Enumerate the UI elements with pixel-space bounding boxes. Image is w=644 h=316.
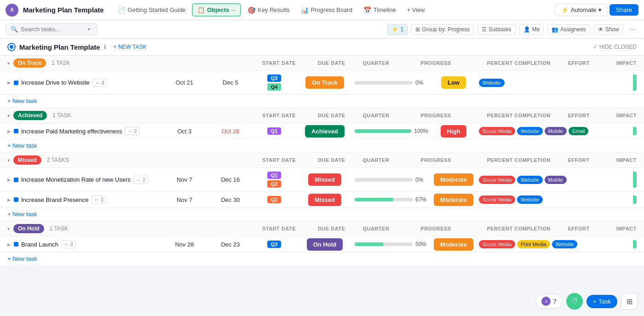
float-avatar: A	[541, 297, 551, 306]
col-percent-missed: PERCENT COMPLETION	[487, 157, 551, 163]
project-circle-inner	[10, 45, 13, 49]
task-progress[interactable]: On Hold	[295, 241, 355, 248]
task-start-date: Nov 7	[161, 196, 207, 203]
col-impact-missed: IMPACT	[616, 157, 637, 163]
subtasks-button[interactable]: ☰ Subtasks	[477, 24, 515, 34]
task-quarter: Q1Q2	[253, 172, 295, 188]
task-side-bar	[633, 75, 637, 91]
task-expand-icon[interactable]: ▶	[7, 129, 11, 134]
task-subtask-count[interactable]: ↔ 3	[92, 79, 107, 87]
new-task-row-missed[interactable]: + New task	[0, 208, 644, 220]
tab-progress-board[interactable]: 📊 Progress Board	[296, 4, 357, 16]
percent-label: 0%	[415, 80, 428, 86]
top-nav: A Marketing Plan Template 📄 Getting Star…	[0, 0, 644, 20]
group-header-on-hold[interactable]: ▾ On Hold 1 TASK START DATE DUE DATE QUA…	[0, 221, 644, 236]
task-row[interactable]: ▶ Brand Launch ↔ 2 Nov 28 Dec 23 Q3 On H…	[0, 236, 644, 253]
impact-tag: Social Media	[479, 176, 515, 184]
new-task-row-on-track[interactable]: + New task	[0, 95, 644, 107]
tab-timeline[interactable]: 📅 Timeline	[359, 4, 401, 16]
task-effort: Moderate	[428, 196, 479, 203]
task-progress[interactable]: Missed	[295, 196, 355, 203]
task-subtask-count[interactable]: ↔ 2	[133, 176, 148, 184]
new-task-row-on-hold[interactable]: + New task	[0, 253, 644, 265]
task-expand-icon[interactable]: ▶	[7, 242, 11, 247]
task-subtask-count[interactable]: ↔ 3	[92, 195, 106, 204]
me-button[interactable]: 👤 Me	[519, 24, 544, 34]
assignees-button[interactable]: 👥 Assignees	[547, 24, 590, 34]
task-subtask-count[interactable]: ↔ 2	[61, 240, 76, 248]
group-header-achieved[interactable]: ▾ Achieved 1 TASK START DATE DUE DATE QU…	[0, 108, 644, 123]
col-start-achieved: START DATE	[262, 113, 296, 118]
task-row[interactable]: ▶ Increase Paid Marketing effectiveness …	[0, 123, 644, 139]
float-grid-button[interactable]: ⊞	[621, 293, 638, 310]
task-progress[interactable]: Missed	[295, 176, 355, 183]
impact-tag: Website	[517, 176, 543, 184]
percent-label: 0%	[415, 177, 428, 183]
filter-icon: ⚡	[391, 26, 398, 33]
tab-getting-started[interactable]: 📄 Getting Started Guide	[113, 4, 190, 16]
task-row[interactable]: ▶ Increase Drive to Website ↔ 3 Oct 21 D…	[0, 71, 644, 95]
task-subtask-count[interactable]: ↔ 2	[125, 127, 139, 135]
tab-key-results[interactable]: 🎯 Key Results	[243, 4, 294, 16]
task-name-cell: ▶ Increase Monetization Rate of new User…	[7, 176, 161, 184]
task-progress[interactable]: On Track	[295, 79, 355, 86]
group-header-missed[interactable]: ▾ Missed 2 TASKS START DATE DUE DATE QUA…	[0, 153, 644, 168]
task-expand-icon[interactable]: ▶	[7, 177, 11, 182]
new-task-button[interactable]: + NEW TASK	[110, 42, 150, 52]
toolbar-more-icon[interactable]: ···	[627, 24, 638, 34]
impact-tag: Email	[569, 127, 589, 135]
col-impact-achieved: IMPACT	[616, 113, 637, 118]
col-due-achieved: DUE DATE	[318, 113, 345, 118]
task-row[interactable]: ▶ Increase Brand Presence ↔ 3 Nov 7 Dec …	[0, 192, 644, 208]
progress-bar-fill	[355, 129, 411, 133]
progress-bar-bg	[355, 129, 411, 133]
group-toggle-on-track[interactable]: ▾	[7, 61, 10, 66]
float-count-button[interactable]: A 7	[535, 294, 562, 309]
task-row[interactable]: ▶ Increase Monetization Rate of new User…	[0, 168, 644, 192]
group-by-button[interactable]: ⊞ Group by: Progress	[411, 24, 474, 34]
project-status-circle[interactable]	[7, 43, 16, 51]
automate-button[interactable]: ⚡ Automate ▾	[555, 4, 608, 16]
filter-badge[interactable]: ⚡ 1	[387, 24, 408, 34]
group-header-on-track[interactable]: ▾ On Track 1 TASK START DATE DUE DATE QU…	[0, 56, 644, 71]
hide-closed-button[interactable]: ✓ HIDE CLOSED	[593, 44, 637, 50]
info-icon[interactable]: ℹ	[104, 44, 106, 50]
search-dropdown-icon[interactable]: ▾	[88, 27, 90, 32]
impact-tag: Print Media	[517, 240, 550, 248]
group-task-count-on-track: 1 TASK	[52, 60, 70, 66]
group-toggle-on-hold[interactable]: ▾	[7, 226, 10, 231]
search-box[interactable]: 🔍 ▾	[6, 23, 98, 35]
group-badge-on-track: On Track	[13, 58, 46, 68]
float-timer-button[interactable]: ⏱	[566, 293, 583, 310]
group-badge-achieved: Achieved	[13, 111, 47, 120]
percent-label: 100%	[414, 128, 428, 134]
float-bar: A 7 ⏱ + Task ⊞	[535, 293, 638, 310]
show-icon: 👁	[598, 26, 604, 33]
group-badge-missed: Missed	[13, 155, 41, 165]
assignees-icon: 👥	[552, 26, 558, 33]
col-quarter-achieved: QUARTER	[362, 113, 389, 118]
automate-icon: ⚡	[561, 6, 569, 13]
task-progress[interactable]: Achieved	[295, 128, 355, 135]
col-due-on-track: DUE DATE	[318, 60, 345, 66]
task-impact: Social MediaWebsiteMobile	[479, 176, 633, 184]
group-toggle-missed[interactable]: ▾	[7, 158, 10, 163]
float-add-task-button[interactable]: + Task	[586, 295, 617, 308]
group-toggle-achieved[interactable]: ▾	[7, 113, 10, 118]
subtask-icon: ↔	[94, 197, 99, 202]
share-button[interactable]: Share	[610, 4, 638, 16]
tab-objects-more[interactable]: ···	[231, 7, 236, 13]
percent-label: 67%	[415, 196, 428, 203]
search-input[interactable]	[21, 26, 85, 33]
tab-objects[interactable]: 📋 Objects ···	[192, 3, 241, 17]
task-name-cell: ▶ Increase Paid Marketing effectiveness …	[7, 127, 161, 135]
key-results-icon: 🎯	[247, 6, 255, 14]
tab-add-view[interactable]: + View	[402, 4, 430, 16]
task-expand-icon[interactable]: ▶	[7, 80, 11, 85]
show-button[interactable]: 👁 Show	[594, 24, 623, 34]
task-expand-icon[interactable]: ▶	[7, 197, 11, 202]
search-icon: 🔍	[11, 26, 18, 33]
group-task-count-on-hold: 1 TASK	[50, 225, 68, 232]
impact-tag: Mobile	[545, 127, 567, 135]
new-task-row-achieved[interactable]: + New task	[0, 139, 644, 152]
